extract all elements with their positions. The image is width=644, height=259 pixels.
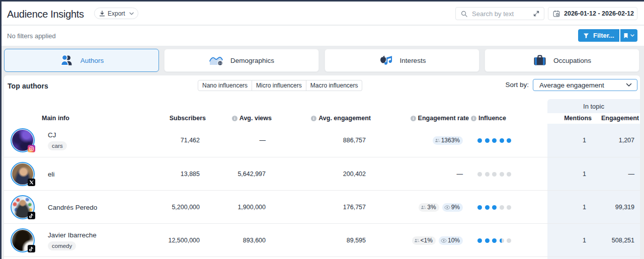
tab-label: Interests xyxy=(400,57,426,64)
funnel-icon xyxy=(583,33,589,39)
avg-engagement-value: 89,595 xyxy=(347,224,366,257)
influence-dot xyxy=(485,238,490,243)
top-authors-card: Top authors Nano influencers Micro influ… xyxy=(4,75,640,259)
tab-label: Authors xyxy=(80,57,104,64)
engagement-rate-cell: 3% 9% xyxy=(419,191,463,224)
tab-label: Demographics xyxy=(230,57,274,64)
influence-dot xyxy=(492,238,497,243)
influence-dot xyxy=(485,138,490,143)
saved-filters-button[interactable] xyxy=(620,29,637,42)
page-title: Audience Insights xyxy=(7,9,84,20)
influence-dots xyxy=(477,224,511,257)
author-row[interactable]: Javier Ibarreche comedy 12,500,000 893,6… xyxy=(4,223,640,256)
author-avatar[interactable] xyxy=(11,162,35,186)
influence-dots xyxy=(477,157,511,191)
influence-dot xyxy=(500,138,504,143)
topic-engagement-value: 1,207 xyxy=(619,124,634,157)
sort-select[interactable]: Average engagement xyxy=(533,79,637,91)
influence-dots xyxy=(477,191,511,224)
search-input[interactable]: Search by text xyxy=(455,7,544,20)
author-name[interactable]: Candrés Peredo xyxy=(48,203,97,212)
tiktok-badge-icon xyxy=(28,245,35,252)
occupations-icon xyxy=(533,54,547,67)
in-topic-group-header: In topic xyxy=(547,99,640,113)
author-row[interactable] xyxy=(4,256,640,259)
instagram-badge-icon xyxy=(28,145,35,152)
export-label: Export xyxy=(108,10,125,17)
avg-views-value: 893,600 xyxy=(243,224,266,257)
sort-select-value: Average engagement xyxy=(539,81,626,89)
column-header-influence: Influence xyxy=(471,113,506,124)
header-bar: Audience Insights Export Search by text … xyxy=(2,2,644,25)
engagement-rate-chip: 9% xyxy=(442,203,463,212)
influence-dot xyxy=(507,138,511,143)
mentions-value: 1 xyxy=(583,191,586,224)
tab-demographics[interactable]: Demographics xyxy=(164,49,319,72)
influence-dot xyxy=(500,205,504,210)
followers-icon xyxy=(421,205,426,210)
engagement-rate-cell: <1% 10% xyxy=(412,224,463,257)
influence-dot xyxy=(507,238,511,243)
table-header-row: Main info Subscribers Avg. views Avg. en… xyxy=(4,113,640,124)
filter-button[interactable]: Filter... xyxy=(578,29,619,42)
expand-icon[interactable] xyxy=(533,11,539,17)
avg-views-value: — xyxy=(260,124,266,157)
influence-dot xyxy=(492,172,497,177)
interests-icon xyxy=(378,54,393,67)
influence-dot xyxy=(477,238,482,243)
avg-views-value: 1,900,000 xyxy=(237,191,266,224)
author-avatar[interactable] xyxy=(11,195,35,219)
subscribers-value: 13,885 xyxy=(181,157,200,191)
views-icon xyxy=(441,238,447,243)
influencer-size-filter: Nano influencers Micro influencers Macro… xyxy=(198,80,362,91)
influence-dot xyxy=(477,205,482,210)
author-name[interactable]: CJ xyxy=(48,131,56,139)
avg-engagement-value: 176,757 xyxy=(343,191,366,224)
chevron-down-icon xyxy=(129,12,134,15)
engagement-rate-chip: 10% xyxy=(439,236,463,245)
author-info: CJ cars xyxy=(48,124,67,157)
sort-by-label: Sort by: xyxy=(505,79,529,91)
influence-dot xyxy=(485,205,490,210)
author-tag-chip: cars xyxy=(48,141,67,150)
author-row[interactable]: Candrés Peredo 5,200,000 1,900,000 176,7… xyxy=(4,190,640,223)
filters-status-text: No filters applied xyxy=(7,32,56,40)
authors-icon xyxy=(59,54,74,67)
author-avatar[interactable] xyxy=(11,128,35,152)
subscribers-value: 71,462 xyxy=(181,124,200,157)
mentions-value: 1 xyxy=(583,224,586,257)
influence-dot xyxy=(477,138,482,143)
tab-interests[interactable]: Interests xyxy=(325,49,479,72)
date-range-picker[interactable]: 2026-01-12 - 2026-02-12 xyxy=(548,7,637,20)
author-name[interactable]: eli xyxy=(48,170,55,179)
tiktok-badge-icon xyxy=(28,212,35,219)
tab-authors[interactable]: Authors xyxy=(4,49,159,72)
influence-dot xyxy=(500,172,504,177)
engagement-rate-chip: 3% xyxy=(419,203,439,212)
influence-dot xyxy=(492,205,497,210)
column-header-mentions: Mentions xyxy=(564,113,592,124)
author-name[interactable]: Javier Ibarreche xyxy=(48,231,97,239)
followers-icon xyxy=(414,238,420,243)
info-icon xyxy=(411,114,416,125)
in-topic-label: In topic xyxy=(583,103,604,110)
export-button[interactable]: Export xyxy=(94,8,138,19)
author-avatar[interactable] xyxy=(11,228,35,252)
download-icon xyxy=(99,11,105,17)
column-header-avg-engagement: Avg. engagement xyxy=(311,113,371,124)
author-row[interactable]: CJ cars 71,462 — 886,757 1363% 1 1,207 xyxy=(4,124,640,157)
influence-dot xyxy=(507,205,511,210)
tab-occupations[interactable]: Occupations xyxy=(485,49,639,72)
nano-influencers-button[interactable]: Nano influencers xyxy=(198,80,252,91)
engagement-rate-empty: — xyxy=(457,170,463,178)
macro-influencers-button[interactable]: Macro influencers xyxy=(306,80,363,91)
micro-influencers-button[interactable]: Micro influencers xyxy=(252,80,306,91)
tab-label: Occupations xyxy=(553,57,591,64)
engagement-rate-cell: 1363% xyxy=(433,124,463,157)
avg-engagement-value: 886,757 xyxy=(343,124,366,157)
topic-engagement-value: — xyxy=(628,157,635,191)
author-row[interactable]: eli 13,885 5,642,997 200,402 — 1 — xyxy=(4,157,640,190)
filter-button-label: Filter... xyxy=(593,32,614,39)
demographics-icon xyxy=(209,54,224,67)
engagement-rate-cell: — xyxy=(457,157,463,191)
